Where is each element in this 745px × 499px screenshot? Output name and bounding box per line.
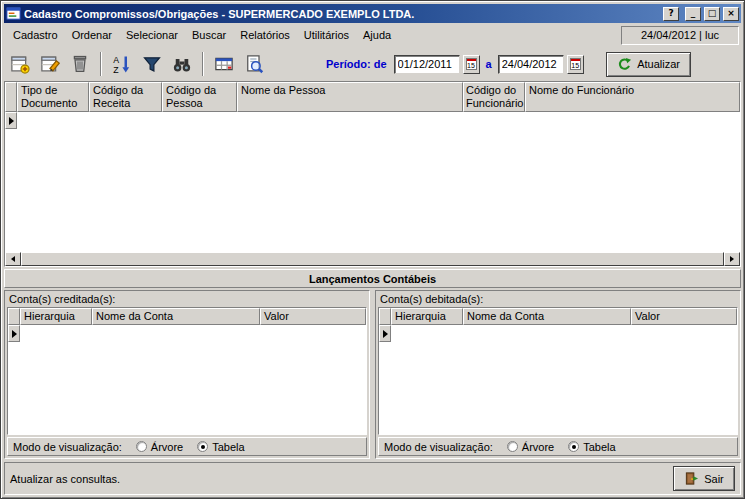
range-separator-label: a (486, 58, 492, 70)
delete-record-icon (70, 54, 90, 74)
ledger-icon (214, 54, 234, 74)
lancamentos-panels: Conta(s) creditada(s): Hierarquia Nome d… (4, 290, 741, 459)
menu-ordenar[interactable]: Ordenar (65, 26, 119, 44)
minimize-button[interactable]: _ (685, 7, 701, 21)
atualizar-button[interactable]: Atualizar (606, 52, 691, 77)
grid-body (5, 112, 740, 252)
menu-cadastro[interactable]: Cadastro (6, 26, 65, 44)
menu-utilitarios[interactable]: Utilitários (297, 26, 356, 44)
credited-view-mode: Modo de visualização: Árvore Tabela (7, 437, 367, 456)
titlebar[interactable]: Cadastro Compromissos/Obrigações - SUPER… (4, 4, 741, 23)
radio-label: Tabela (212, 441, 244, 453)
col-nome-pessoa[interactable]: Nome da Pessoa (237, 82, 463, 112)
current-row-arrow-icon (383, 330, 388, 338)
scrollbar-thumb[interactable] (21, 252, 724, 266)
col-codigo-pessoa[interactable]: Código da Pessoa (162, 82, 237, 112)
menu-ajuda[interactable]: Ajuda (356, 26, 398, 44)
grid-row-current[interactable] (5, 112, 740, 129)
radio-checked-icon (197, 441, 208, 452)
view-mode-label: Modo de visualização: (384, 441, 493, 453)
current-row-arrow-icon (9, 117, 14, 125)
sair-button[interactable]: Sair (673, 466, 735, 491)
print-preview-button[interactable] (240, 50, 268, 78)
debited-radio-tabela[interactable]: Tabela (568, 441, 615, 453)
filter-icon (142, 54, 162, 74)
col-nome-conta[interactable]: Nome da Conta (92, 308, 260, 325)
grid-row-current[interactable] (379, 325, 737, 342)
row-indicator (8, 325, 20, 342)
credited-grid: Hierarquia Nome da Conta Valor (7, 307, 367, 435)
col-hierarquia[interactable]: Hierarquia (20, 308, 92, 325)
debited-radio-arvore[interactable]: Árvore (507, 441, 554, 453)
filter-button[interactable] (138, 50, 166, 78)
col-hierarquia[interactable]: Hierarquia (391, 308, 463, 325)
col-nome-funcionario[interactable]: Nome do Funcionário (525, 82, 740, 112)
radio-label: Árvore (522, 441, 554, 453)
atualizar-label: Atualizar (637, 58, 680, 70)
col-valor[interactable]: Valor (631, 308, 737, 325)
status-message: Atualizar as consultas. (10, 473, 665, 485)
scroll-right-button[interactable] (724, 252, 740, 266)
lancamentos-section-title: Lançamentos Contábeis (4, 269, 741, 288)
menu-bar: Cadastro Ordenar Selecionar Buscar Relat… (4, 23, 741, 47)
debited-grid-body (379, 325, 737, 434)
documents-grid: Tipo de Documento Código da Receita Códi… (4, 81, 741, 267)
help-button[interactable]: ? (663, 7, 679, 21)
row-indicator (5, 112, 17, 129)
new-record-icon (10, 54, 30, 74)
col-valor[interactable]: Valor (260, 308, 366, 325)
date-to-input[interactable] (498, 55, 564, 74)
view-mode-label: Modo de visualização: (13, 441, 122, 453)
col-codigo-funcionario[interactable]: Código do Funcionário (463, 82, 525, 112)
sair-label: Sair (704, 473, 724, 485)
credited-grid-body (8, 325, 366, 434)
debited-panel: Conta(s) debitada(s): Hierarquia Nome da… (375, 290, 741, 459)
new-record-button[interactable] (6, 50, 34, 78)
credited-radio-tabela[interactable]: Tabela (197, 441, 244, 453)
grid-row-current[interactable] (8, 325, 366, 342)
debited-panel-title: Conta(s) debitada(s): (378, 292, 738, 307)
refresh-icon (617, 57, 632, 72)
col-nome-conta[interactable]: Nome da Conta (463, 308, 631, 325)
row-indicator (379, 325, 391, 342)
debited-grid: Hierarquia Nome da Conta Valor (378, 307, 738, 435)
delete-record-button[interactable] (66, 50, 94, 78)
grid-header: Tipo de Documento Código da Receita Códi… (5, 82, 740, 112)
scroll-left-button[interactable] (5, 252, 21, 266)
toolbar-separator (100, 52, 102, 76)
arrow-left-icon (11, 256, 15, 262)
print-preview-icon (244, 54, 264, 74)
col-codigo-receita[interactable]: Código da Receita (89, 82, 162, 112)
credited-radio-arvore[interactable]: Árvore (136, 441, 183, 453)
debited-grid-header: Hierarquia Nome da Conta Valor (379, 308, 737, 325)
grid-indicator-header (8, 308, 20, 325)
app-window: Cadastro Compromissos/Obrigações - SUPER… (0, 0, 745, 499)
search-button[interactable] (168, 50, 196, 78)
menu-buscar[interactable]: Buscar (185, 26, 233, 44)
toolbar-separator (202, 52, 204, 76)
sort-button[interactable]: AZ (108, 50, 136, 78)
credited-panel: Conta(s) creditada(s): Hierarquia Nome d… (4, 290, 370, 459)
col-tipo-documento[interactable]: Tipo de Documento (17, 82, 89, 112)
session-info: 24/04/2012 | luc (621, 26, 739, 45)
grid-horizontal-scrollbar[interactable] (5, 252, 740, 266)
svg-text:Z: Z (113, 65, 119, 74)
edit-record-button[interactable] (36, 50, 64, 78)
sort-icon: AZ (112, 54, 132, 74)
calendar-to-button[interactable]: 15 (567, 55, 584, 74)
menu-relatorios[interactable]: Relatórios (233, 26, 297, 44)
radio-checked-icon (568, 441, 579, 452)
current-row-arrow-icon (12, 330, 17, 338)
maximize-button[interactable]: □ (704, 7, 720, 21)
credited-panel-title: Conta(s) creditada(s): (7, 292, 367, 307)
date-from-input[interactable] (394, 55, 460, 74)
close-button[interactable]: × (723, 7, 739, 21)
ledger-button[interactable] (210, 50, 238, 78)
menu-selecionar[interactable]: Selecionar (119, 26, 185, 44)
calendar-icon: 15 (466, 58, 477, 70)
calendar-from-button[interactable]: 15 (463, 55, 480, 74)
radio-label: Tabela (583, 441, 615, 453)
radio-icon (507, 441, 518, 452)
search-icon (172, 54, 192, 74)
toolbar: AZ Período: de 15 a 15 Atualizar (4, 47, 741, 81)
